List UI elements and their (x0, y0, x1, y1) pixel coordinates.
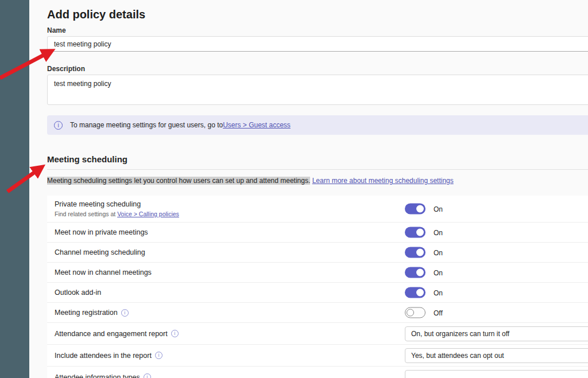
info-icon[interactable]: i (144, 373, 151, 378)
main-content: Add policy details Name Description test… (29, 0, 588, 378)
toggle-on[interactable] (405, 204, 425, 215)
subtitle-highlighted-text: Meeting scheduling settings let you cont… (47, 177, 310, 185)
settings-list: Private meeting schedulingFind related s… (47, 196, 588, 378)
setting-label: Meet now in private meetings (55, 228, 148, 237)
toggle-knob (416, 205, 424, 213)
setting-label-line: Include attendees in the reporti (55, 351, 163, 360)
settings-row: Channel meeting schedulingOn (47, 243, 588, 263)
toggle-knob (416, 289, 424, 297)
name-label: Name (47, 26, 588, 34)
setting-label-group: Meet now in private meetings (55, 228, 148, 237)
setting-label-line: Attendee information typesi (55, 373, 151, 378)
description-input[interactable]: test meeting policy (47, 75, 588, 105)
settings-row: Meet now in private meetingsOn (47, 223, 588, 243)
settings-row: Attendance and engagement reportiOn, but… (47, 323, 588, 345)
setting-label-group: Meet now in channel meetings (55, 268, 152, 277)
setting-control (405, 370, 588, 378)
toggle-knob (407, 309, 414, 317)
setting-label-group: Meeting registrationi (55, 308, 129, 317)
banner-text: To manage meeting settings for guest use… (70, 121, 223, 129)
info-icon[interactable]: i (171, 330, 179, 337)
left-nav-strip (0, 0, 29, 378)
dropdown-select[interactable] (405, 370, 588, 378)
toggle-on[interactable] (405, 287, 425, 298)
settings-row: Attendee information typesi (47, 367, 588, 378)
toggle-state-label: On (434, 248, 443, 256)
setting-label: Channel meeting scheduling (55, 248, 145, 257)
toggle-state-label: On (434, 228, 443, 236)
setting-label: Private meeting scheduling (55, 200, 141, 209)
dropdown-select[interactable]: Yes, but attendees can opt out (405, 348, 588, 363)
info-icon: i (54, 121, 63, 130)
setting-control: Yes, but attendees can opt out (405, 348, 588, 363)
setting-sub-prefix: Find related settings at (55, 211, 117, 217)
setting-control: On (405, 267, 443, 278)
setting-label-line: Meet now in private meetings (55, 228, 148, 237)
dropdown-select[interactable]: On, but organizers can turn it off (405, 326, 588, 341)
toggle-state-label: On (434, 268, 443, 276)
info-icon[interactable]: i (155, 352, 163, 359)
settings-row: Meet now in channel meetingsOn (47, 263, 588, 283)
setting-label-group: Attendance and engagement reporti (55, 329, 179, 338)
settings-row: Include attendees in the reportiYes, but… (47, 345, 588, 367)
setting-label-line: Channel meeting scheduling (55, 248, 145, 257)
setting-label-group: Outlook add-in (55, 288, 101, 297)
setting-label-line: Attendance and engagement reporti (55, 329, 179, 338)
setting-label: Include attendees in the report (55, 351, 152, 360)
calling-policies-link[interactable]: Voice > Calling policies (117, 211, 179, 217)
setting-label: Attendance and engagement report (55, 329, 168, 338)
settings-row: Meeting registrationiOff (47, 303, 588, 323)
toggle-knob (416, 269, 424, 276)
setting-label-group: Attendee information typesi (55, 373, 151, 378)
toggle-state-label: Off (434, 309, 443, 317)
setting-label-line: Outlook add-in (55, 288, 101, 297)
toggle-knob (416, 229, 424, 236)
guest-access-link[interactable]: Users > Guest access (223, 121, 291, 129)
toggle-knob (416, 249, 424, 256)
toggle-on[interactable] (405, 247, 425, 258)
toggle-state-label: On (434, 289, 443, 297)
setting-label-line: Meet now in channel meetings (55, 268, 152, 277)
setting-label-group: Channel meeting scheduling (55, 248, 145, 257)
setting-sub-text: Find related settings at Voice > Calling… (55, 211, 179, 218)
page-title: Add policy details (47, 7, 588, 22)
setting-control: On (405, 204, 443, 215)
setting-label: Meeting registration (55, 308, 118, 317)
setting-label-group: Private meeting schedulingFind related s… (55, 200, 179, 218)
toggle-off[interactable] (405, 307, 425, 318)
setting-label: Attendee information types (55, 373, 140, 378)
settings-row: Outlook add-inOn (47, 283, 588, 303)
toggle-on[interactable] (405, 267, 425, 278)
app-window: Add policy details Name Description test… (0, 0, 588, 378)
setting-control: On (405, 287, 443, 298)
setting-control: On, but organizers can turn it off (405, 326, 588, 341)
description-label: Description (47, 65, 588, 73)
guest-access-banner: i To manage meeting settings for guest u… (47, 115, 588, 135)
toggle-on[interactable] (405, 227, 425, 238)
setting-label-line: Private meeting scheduling (55, 200, 179, 209)
setting-control: Off (405, 307, 443, 318)
learn-more-link[interactable]: Learn more about meeting scheduling sett… (312, 177, 454, 185)
name-input[interactable] (47, 36, 588, 52)
toggle-state-label: On (434, 205, 443, 213)
setting-control: On (405, 227, 443, 238)
setting-label-line: Meeting registrationi (55, 308, 129, 317)
setting-label: Meet now in channel meetings (55, 268, 152, 277)
section-divider (47, 169, 588, 170)
settings-row: Private meeting schedulingFind related s… (47, 196, 588, 223)
info-icon[interactable]: i (121, 309, 129, 317)
setting-label-group: Include attendees in the reporti (55, 351, 163, 360)
section-heading: Meeting scheduling (47, 154, 588, 165)
section-subtitle: Meeting scheduling settings let you cont… (47, 176, 588, 185)
setting-label: Outlook add-in (55, 288, 101, 297)
setting-control: On (405, 247, 443, 258)
